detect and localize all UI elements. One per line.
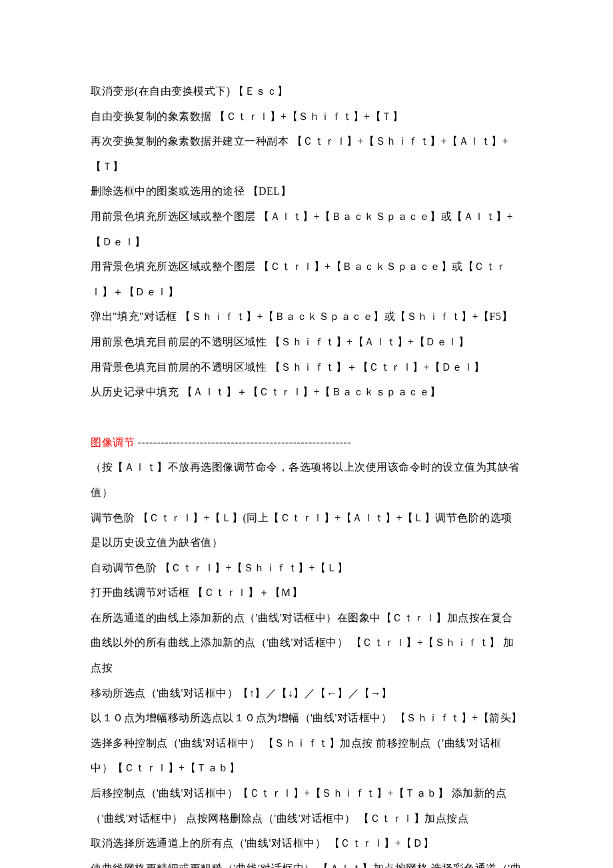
shortcut-line: 从历史记录中填充 【Ａｌｔ】＋【Ｃｔｒｌ】+【Ｂａｃｋｓｐａｃｅ】 xyxy=(91,379,522,405)
shortcut-line: 移动所选点（'曲线'对话框中）【↑】／【↓】／【←】／【→】 xyxy=(91,681,522,706)
shortcut-line: 调节色阶 【Ｃｔｒｌ】+【Ｌ】(同上【Ｃｔｒｌ】+【Ａｌｔ】+【Ｌ】调节色阶的选… xyxy=(91,505,522,555)
shortcut-line: 在所选通道的曲线上添加新的点（'曲线'对话框中）在图象中【Ｃｔｒｌ】加点按在复合… xyxy=(91,605,522,681)
shortcut-line: 用前景色填充目前层的不透明区域性 【Ｓｈｉｆｔ】+【Ａｌｔ】+【Ｄｅｌ】 xyxy=(91,329,522,355)
shortcut-line: 使曲线网格更精细或更粗糙（'曲线'对话框中） 【Ａｌｔ】加点按网格 选择彩色通道… xyxy=(91,856,522,868)
heading-label: 图像调节 xyxy=(91,437,138,448)
shortcut-line: 自动调节色阶 【Ｃｔｒｌ】+【Ｓｈｉｆｔ】+【Ｌ】 xyxy=(91,555,522,581)
section-spacer xyxy=(91,405,522,430)
shortcut-line: 用前景色填充所选区域或整个图层 【Ａｌｔ】+【ＢａｃｋＳｐａｃｅ】或【Ａｌｔ】+… xyxy=(91,204,522,254)
shortcut-line: （按【Ａｌｔ】不放再选图像调节命令，各选项将以上次使用该命令时的设立值为其缺省值… xyxy=(91,455,522,505)
shortcut-line: 弹出"填充"对话框 【Ｓｈｉｆｔ】+【ＢａｃｋＳｐａｃｅ】或【Ｓｈｉｆｔ】+【F… xyxy=(91,304,522,329)
shortcut-line: 以１０点为增幅移动所选点以１０点为增幅（'曲线'对话框中） 【Ｓｈｉｆｔ】+【箭… xyxy=(91,705,522,731)
shortcut-line: 选择多种控制点（'曲线'对话框中） 【Ｓｈｉｆｔ】加点按 前移控制点（'曲线'对… xyxy=(91,731,522,781)
section-image-adjust: 图像调节 -----------------------------------… xyxy=(91,430,522,868)
shortcut-line: 取消选择所选通道上的所有点（'曲线'对话框中） 【Ｃｔｒｌ】+【Ｄ】 xyxy=(91,831,522,856)
section-edit-transform: 取消变形(在自由变换模式下) 【Ｅｓｃ】 自由变换复制的象素数据 【Ｃｔｒｌ】+… xyxy=(91,79,522,405)
document-page: 取消变形(在自由变换模式下) 【Ｅｓｃ】 自由变换复制的象素数据 【Ｃｔｒｌ】+… xyxy=(0,0,613,868)
shortcut-line: 打开曲线调节对话框 【Ｃｔｒｌ】＋【Ｍ】 xyxy=(91,580,522,605)
section-heading: 图像调节 -----------------------------------… xyxy=(91,430,522,455)
shortcut-line: 取消变形(在自由变换模式下) 【Ｅｓｃ】 xyxy=(91,79,522,104)
shortcut-line: 后移控制点（'曲线'对话框中）【Ｃｔｒｌ】+【Ｓｈｉｆｔ】+【Ｔａｂ】 添加新的… xyxy=(91,781,522,831)
shortcut-line: 自由变换复制的象素数据 【Ｃｔｒｌ】+【Ｓｈｉｆｔ】+【Ｔ】 xyxy=(91,104,522,129)
heading-dashes: ----------------------------------------… xyxy=(138,437,352,448)
shortcut-line: 用背景色填充目前层的不透明区域性 【Ｓｈｉｆｔ】＋【Ｃｔｒｌ】+【Ｄｅｌ】 xyxy=(91,355,522,380)
shortcut-line: 用背景色填充所选区域或整个图层 【Ｃｔｒｌ】+【ＢａｃｋＳｐａｃｅ】或【Ｃｔｒｌ… xyxy=(91,254,522,304)
shortcut-line: 删除选框中的图案或选用的途径 【DEL】 xyxy=(91,179,522,204)
shortcut-line: 再次变换复制的象素数据并建立一种副本 【Ｃｔｒｌ】+【Ｓｈｉｆｔ】+【Ａｌｔ】+… xyxy=(91,129,522,179)
